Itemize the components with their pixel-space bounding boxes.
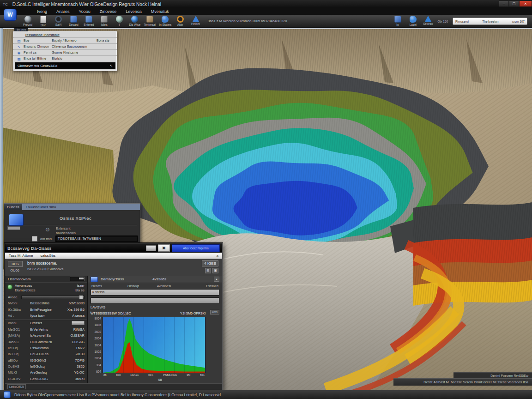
dialog-body: Lissmanovam AevurrsossisaerEiamsrebiscsi… — [5, 276, 222, 384]
y-tick-label: 1604 — [95, 344, 101, 347]
table-header[interactable]: Esssoed — [196, 284, 218, 288]
toolbar-button-label: Stor — [41, 24, 46, 26]
table-row[interactable]: I63.I0qDeGO.0Lea-0130 — [5, 351, 87, 357]
table-row[interactable]: biVoniBassseshinsbdV1a983 — [5, 300, 87, 306]
value-slider[interactable] — [21, 296, 85, 299]
status-document-icon — [4, 391, 11, 398]
person-icon: ◉ — [17, 51, 21, 55]
dialog-restore-button[interactable]: ▣ — [158, 244, 170, 252]
sub-row: Eiamsrebiscsisia se — [15, 288, 85, 293]
pyramid-button[interactable]: Hetbet — [188, 16, 203, 27]
menu-item-2[interactable]: Yooou — [78, 9, 91, 14]
table-header-row: Iseams Orssoqt. 4vemoesi Esssoed — [88, 283, 222, 289]
dialog-menu-item-1[interactable]: Tass M. Attone — [9, 254, 33, 258]
table-row[interactable]: aEIOoIGGGGhG7OPG — [5, 357, 87, 363]
target-button[interactable]: Abin — [173, 16, 188, 27]
blob-button[interactable]: Lasei — [405, 16, 421, 26]
table-row[interactable]: DGILXVGenIGUUG36VXI — [5, 376, 87, 382]
toolbar-button-label: Deoard — [69, 23, 79, 26]
blob-icon — [410, 16, 417, 23]
toggle-switch[interactable] — [70, 277, 85, 281]
menu-item-0[interactable]: Iveng — [36, 9, 48, 14]
table-row[interactable]: ImaniOrssset — [5, 320, 87, 326]
dialog-blue-button[interactable]: Aber Gerz Nigel Im — [172, 244, 220, 252]
row-code: OoSAS — [8, 364, 30, 369]
column-header-1[interactable]: Damsey/Tsrss — [101, 277, 124, 281]
identify-row[interactable]: ▤BueBupaty / BomevoBona ste — [13, 37, 117, 43]
app-logo-icon[interactable]: W — [4, 9, 17, 21]
menu-bar: IvengAnaresYooouZinoveseLevenoaMvenatuk — [0, 8, 532, 15]
marble-button[interactable]: Dis Wise — [127, 16, 142, 27]
menu-item-3[interactable]: Zinovese — [99, 9, 118, 14]
identify-panel[interactable]: By pros ressatdbbe Ineestbbie ▤BueBupaty… — [13, 31, 117, 71]
field-chip-icon[interactable] — [32, 236, 37, 242]
camera-button[interactable]: SaVl — [51, 16, 66, 27]
minimize-button[interactable]: – — [499, 0, 509, 7]
dialog-minimize-button[interactable] — [146, 245, 156, 251]
box-button[interactable]: Entered — [81, 16, 97, 27]
cube-button[interactable]: Deoard — [66, 16, 81, 27]
layer-combo-box[interactable]: Pimuseroi The breeton crsro 107 — [453, 18, 527, 25]
option-2[interactable]: bKuseosowa — [56, 231, 76, 236]
camera-field-row: am tmd. TOBOTSSA IS. TeTWEEEN — [32, 236, 138, 242]
dialog-title-bar[interactable]: Bcssavvvg Da-Gsass ▣ Aber Gerz Nigel Im — [5, 243, 222, 253]
hand-button[interactable]: In Staters — [157, 16, 173, 27]
identify-col-3: Bona ste — [97, 39, 115, 42]
close-button[interactable]: × — [519, 0, 532, 7]
gem-button[interactable]: Io — [390, 16, 405, 26]
folder-button[interactable]: Tentersal — [142, 16, 157, 27]
menu-item-1[interactable]: Anares — [55, 9, 71, 14]
row-value: RiNiSA — [60, 327, 85, 332]
combo-left-text: Pimuseroi — [455, 20, 469, 23]
camera-panel[interactable]: Dutless Louusseumer smu Osmss XGPiec ◎ E… — [4, 203, 140, 244]
identify-panel-tab[interactable]: By pros — [14, 28, 28, 31]
identify-row[interactable]: ∿Ensocns ChmsonCilavensa Sassnoseosm — [13, 43, 117, 49]
globe-button[interactable]: Prevod — [20, 16, 36, 27]
table-header[interactable]: Orssoqt. — [127, 284, 157, 288]
chart-panel: Damsey/Tsrss 4vs3a6s ▴ Iseams Orssoqt. 4… — [88, 276, 222, 384]
dialog-menu-right-icon[interactable]: a — [217, 254, 218, 258]
table-row[interactable]: Ilei DqEsswrichtooTM72 — [5, 345, 87, 351]
scroll-up-icon[interactable]: ▴ — [214, 277, 219, 282]
radio-icon[interactable]: ◎ — [45, 227, 50, 232]
row-value: A seosa — [60, 314, 85, 318]
identify-row[interactable]: ▦Enoa ta i BitimeBisrisio — [13, 55, 117, 61]
table-header[interactable]: 4vemoesi — [157, 284, 196, 288]
main-toolbar: PrevodStorSaVlDeoardEnteredIdleailDis Wi… — [0, 15, 532, 28]
option-1[interactable]: Extersant — [56, 226, 76, 231]
document-button[interactable]: Stor — [36, 16, 51, 27]
value-input-1[interactable]: k.ssisss — [91, 289, 219, 296]
table-header[interactable]: Iseams — [91, 284, 127, 288]
grid-icon[interactable]: ⊞ — [205, 268, 211, 273]
table-row[interactable]: (MASA)IsAsvwvel SaO.ISSAR — [5, 332, 87, 339]
menu-item-5[interactable]: Mvenatuk — [150, 9, 170, 14]
properties-dialog[interactable]: Bcssavvvg Da-Gsass ▣ Aber Gerz Nigel Im … — [5, 243, 223, 390]
camera-options[interactable]: Extersant bKuseosowa — [56, 226, 76, 236]
camera-title-left: Dutless — [4, 204, 22, 210]
identify-row[interactable]: ◉Permi caGoume Kinstcsme — [13, 49, 117, 55]
identify-footer-text: Gbmsevm wis Geosv3/Ed — [18, 64, 57, 68]
panel-icon[interactable]: ▣ — [212, 268, 218, 273]
table-row[interactable]: OoSASIeGGcIcq3826 — [5, 363, 87, 369]
value-input-2[interactable] — [91, 297, 219, 304]
row-value: -0130 — [60, 352, 85, 356]
column-header-2[interactable]: 4vs3a6s — [152, 277, 166, 281]
pearl-button[interactable]: il — [112, 16, 127, 27]
table-row[interactable]: Vd .liyoa bavrA seosa — [5, 313, 87, 319]
marble-icon — [131, 16, 138, 23]
table-row[interactable]: 3456 COOiGamrhCsiOOS&G — [5, 339, 87, 345]
table-row[interactable]: IKr.36baBrifePesagiaeXrs 399 B6 — [5, 306, 87, 312]
table-row[interactable]: MeGO1ErVerVelmsRiNiSA — [5, 326, 87, 332]
maximize-button[interactable]: □ — [509, 0, 519, 7]
dialog-menu-item-2[interactable]: calssGbs — [40, 254, 55, 258]
table-row[interactable]: MILKIAreGeoIeqY6.OC — [5, 369, 87, 375]
row-name: AreGeoIeq — [30, 370, 60, 375]
row-button[interactable] — [72, 321, 85, 325]
camera-panel-title-bar[interactable]: Dutless Louusseumer smu — [4, 204, 140, 210]
menu-item-4[interactable]: Levenoa — [125, 9, 143, 14]
square-button[interactable]: Idlea — [97, 16, 112, 27]
camera-field-input[interactable]: TOBOTSSA IS. TeTWEEEN — [55, 236, 138, 242]
chart-plot-area[interactable] — [103, 317, 206, 373]
crystal-button[interactable]: Seceso — [421, 16, 436, 26]
row-value: 7OPG — [60, 358, 85, 363]
